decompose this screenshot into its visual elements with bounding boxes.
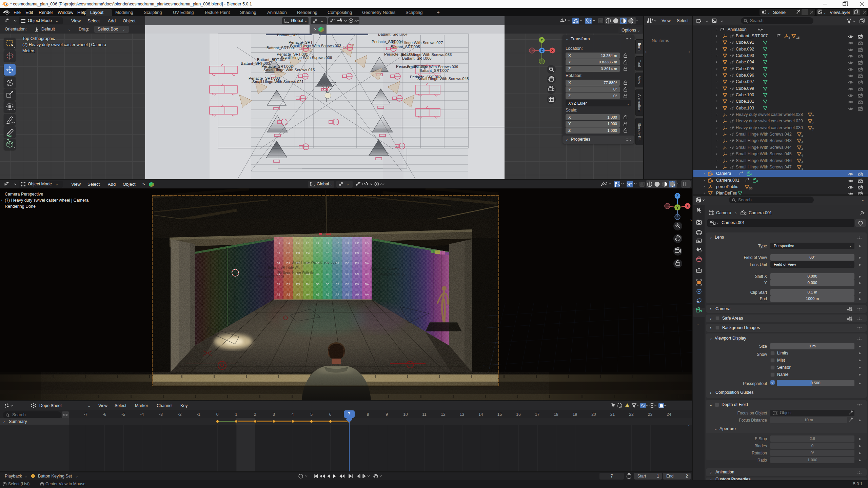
- svg-text:Y: Y: [676, 205, 678, 209]
- svg-text:Battant_SRT.006: Battant_SRT.006: [402, 56, 432, 60]
- svg-text:X: X: [686, 204, 689, 208]
- svg-text:Battant_SRT.001: Battant_SRT.001: [267, 46, 296, 50]
- svg-text:Small Hinge With Screws.009: Small Hinge With Screws.009: [281, 56, 332, 60]
- svg-text:Small Hinge With Screws.021: Small Hinge With Screws.021: [252, 80, 303, 84]
- svg-text:X: X: [551, 48, 553, 53]
- svg-text:Z: Z: [541, 48, 543, 53]
- svg-text:Battant_SRT.007: Battant_SRT.007: [419, 68, 449, 73]
- svg-text:Z: Z: [676, 194, 679, 198]
- svg-text:Small Hinge With Screws.027: Small Hinge With Screws.027: [392, 41, 443, 45]
- svg-text:Battant_SRT.003: Battant_SRT.003: [241, 61, 270, 65]
- svg-text:Small Hinge With Screws.003: Small Hinge With Screws.003: [290, 44, 341, 48]
- svg-text:Y: Y: [540, 38, 543, 42]
- svg-text:Small Hinge With Screws.045: Small Hinge With Screws.045: [417, 77, 469, 81]
- svg-text:Battant_SRT.005: Battant_SRT.005: [391, 45, 420, 49]
- svg-text:Small Hinge With Screws.015: Small Hinge With Screws.015: [263, 68, 315, 72]
- svg-text:!: !: [627, 404, 628, 408]
